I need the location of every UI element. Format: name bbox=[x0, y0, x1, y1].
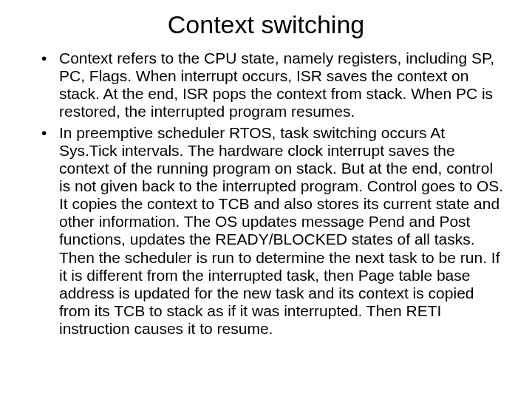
list-item: Context refers to the CPU state, namely … bbox=[38, 50, 505, 121]
slide-title: Context switching bbox=[27, 10, 505, 39]
bullet-list: Context refers to the CPU state, namely … bbox=[27, 50, 505, 338]
list-item: In preemptive scheduler RTOS, task switc… bbox=[38, 124, 505, 338]
slide: Context switching Context refers to the … bbox=[0, 0, 532, 399]
